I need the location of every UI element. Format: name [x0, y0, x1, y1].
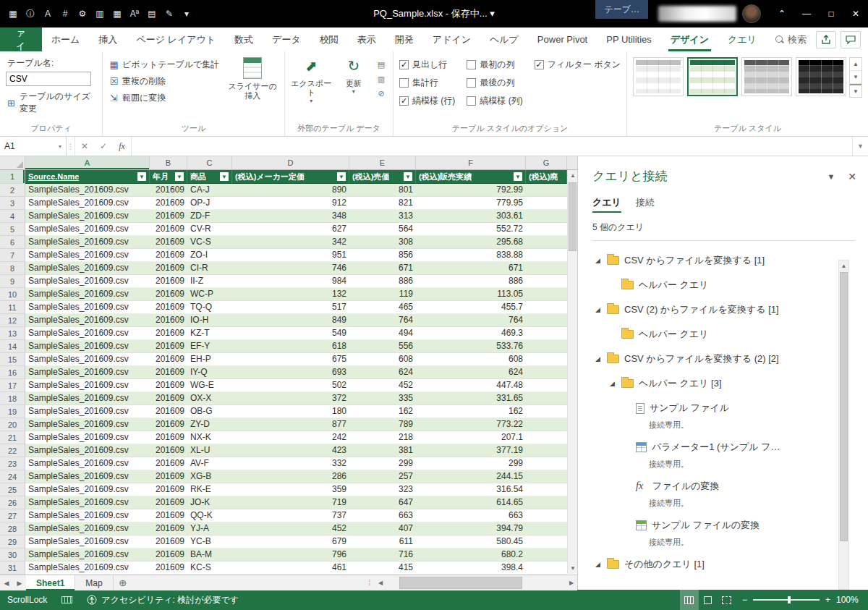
cell[interactable]: 201609 — [150, 301, 187, 314]
cell[interactable]: 201609 — [150, 522, 187, 535]
title-caret-icon[interactable]: ▾ — [490, 8, 495, 19]
cell[interactable] — [526, 548, 567, 562]
cell[interactable]: 201609 — [150, 548, 187, 562]
cell[interactable]: 564 — [349, 223, 416, 236]
cell[interactable]: 624 — [349, 366, 416, 379]
query-item[interactable]: ◢その他のクエリ [1] — [592, 552, 822, 575]
cell[interactable]: WC-P — [187, 288, 232, 301]
cell[interactable]: 580.45 — [416, 535, 526, 548]
cell[interactable] — [526, 562, 567, 575]
tab-アドイン[interactable]: アドイン — [423, 27, 480, 51]
row-header-22[interactable]: 22 — [0, 444, 25, 457]
column-header-E[interactable]: E — [349, 156, 416, 169]
draw-icon[interactable]: ✎ — [161, 5, 178, 22]
font-style-icon[interactable]: A — [39, 5, 56, 22]
cell[interactable]: SampleSales_201609.csv — [25, 562, 150, 575]
row-header-2[interactable]: 2 — [0, 184, 25, 197]
cell[interactable]: SampleSales_201609.csv — [25, 340, 150, 353]
cell[interactable]: ZD-F — [187, 210, 232, 223]
cell[interactable]: 201609 — [150, 197, 187, 210]
cell[interactable] — [526, 457, 567, 470]
cell[interactable]: SampleSales_201609.csv — [25, 262, 150, 275]
row-header-9[interactable]: 9 — [0, 275, 25, 288]
cell[interactable]: 608 — [349, 353, 416, 366]
tab-scroll-right-icon[interactable]: ▶ — [13, 575, 26, 590]
cell[interactable]: 201609 — [150, 314, 187, 327]
cell[interactable] — [526, 288, 567, 301]
checkbox[interactable] — [399, 78, 409, 88]
cell[interactable] — [526, 353, 567, 366]
cell[interactable]: SampleSales_201609.csv — [25, 236, 150, 249]
cell[interactable]: WG-E — [187, 379, 232, 392]
zoom-slider-thumb[interactable] — [788, 596, 791, 603]
cell[interactable]: 335 — [349, 392, 416, 405]
row-header-23[interactable]: 23 — [0, 457, 25, 470]
cell[interactable] — [526, 522, 567, 535]
share-icon[interactable] — [816, 31, 836, 48]
cell[interactable]: 201609 — [150, 366, 187, 379]
cell[interactable] — [526, 275, 567, 288]
cell[interactable]: ZY-D — [187, 418, 232, 431]
table-header-cell[interactable]: (税込)売価▼ — [349, 170, 416, 184]
cell[interactable] — [526, 223, 567, 236]
cell[interactable] — [526, 470, 567, 483]
query-item[interactable]: パラメーター1 (サンプル フ… — [592, 435, 822, 459]
cell[interactable]: 394.79 — [416, 522, 526, 535]
cell[interactable]: 764 — [416, 314, 526, 327]
page-break-view-button[interactable] — [718, 590, 736, 610]
cell[interactable] — [526, 431, 567, 444]
cell[interactable]: SampleSales_201609.csv — [25, 522, 150, 535]
cell[interactable]: 877 — [232, 418, 349, 431]
filter-button[interactable]: ▼ — [404, 172, 412, 181]
row-header-25[interactable]: 25 — [0, 483, 25, 496]
qat-customize-icon[interactable]: ▾ — [178, 5, 195, 22]
cell[interactable]: KZ-T — [187, 327, 232, 340]
cell[interactable]: CI-R — [187, 262, 232, 275]
tab-ホーム[interactable]: ホーム — [42, 27, 90, 51]
tab-scroll-left-icon[interactable]: ◀ — [0, 575, 13, 590]
tool-範囲に変換[interactable]: ⇲範囲に変換 — [109, 92, 219, 104]
cell[interactable]: 313 — [349, 210, 416, 223]
excel-icon[interactable]: ▦ — [4, 5, 22, 22]
normal-view-button[interactable] — [680, 590, 699, 610]
row-header-15[interactable]: 15 — [0, 353, 25, 366]
table-style-medium-dark[interactable] — [741, 57, 792, 96]
pane-scroll-up-icon[interactable]: ▲ — [839, 260, 848, 271]
insert-slicer-button[interactable]: スライサーの挿入 — [226, 56, 278, 122]
cell[interactable] — [526, 197, 567, 210]
filter-button[interactable]: ▼ — [514, 172, 522, 181]
cell[interactable]: SampleSales_201609.csv — [25, 223, 150, 236]
cell[interactable]: 517 — [232, 301, 349, 314]
cell[interactable]: 201609 — [150, 275, 187, 288]
cell[interactable]: 359 — [232, 483, 349, 496]
option-最後の列[interactable]: 最後の列 — [467, 77, 522, 89]
checkbox[interactable] — [467, 96, 476, 106]
cell[interactable]: 398.4 — [416, 562, 526, 575]
cell[interactable]: RK-E — [187, 483, 232, 496]
row-header-7[interactable]: 7 — [0, 249, 25, 262]
option-縞模様 (行)[interactable]: ✓縞模様 (行) — [399, 95, 455, 107]
cell[interactable]: 886 — [349, 275, 416, 288]
maximize-button[interactable]: □ — [819, 0, 843, 27]
checkbox[interactable] — [467, 78, 476, 88]
cell[interactable]: 663 — [349, 509, 416, 522]
cell[interactable]: 821 — [349, 197, 416, 210]
row-header-19[interactable]: 19 — [0, 405, 25, 418]
cell[interactable]: 627 — [232, 223, 349, 236]
cell[interactable]: 201609 — [150, 418, 187, 431]
avatar[interactable] — [742, 4, 761, 23]
cell[interactable]: 244.15 — [416, 470, 526, 483]
cell[interactable]: SampleSales_201609.csv — [25, 327, 150, 340]
cell[interactable] — [526, 418, 567, 431]
row-header-27[interactable]: 27 — [0, 509, 25, 522]
cell[interactable]: IO-H — [187, 314, 232, 327]
cell[interactable]: 611 — [349, 535, 416, 548]
cell[interactable]: SampleSales_201609.csv — [25, 444, 150, 457]
cell[interactable]: 779.95 — [416, 197, 526, 210]
table-name-input[interactable] — [6, 72, 91, 86]
cell[interactable]: 201609 — [150, 535, 187, 548]
contextual-tab-hint[interactable]: テーブ… — [595, 0, 648, 19]
cell[interactable]: 764 — [349, 314, 416, 327]
cell[interactable]: 316.54 — [416, 483, 526, 496]
cell[interactable]: YJ-A — [187, 522, 232, 535]
